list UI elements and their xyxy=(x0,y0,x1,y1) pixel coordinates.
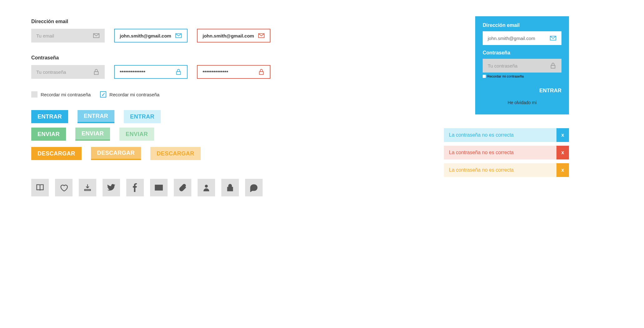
descargar-button-hover[interactable]: DESCARGAR xyxy=(91,147,141,160)
lock-icon xyxy=(93,68,100,75)
card-email-input[interactable]: john.smith@gmail.com xyxy=(483,31,561,45)
alert-warning: La contraseña no es correcta x xyxy=(444,163,569,177)
svg-rect-3 xyxy=(94,72,98,74)
mail-icon xyxy=(93,32,100,39)
password-value: ************** xyxy=(203,69,228,75)
descargar-button-disabled[interactable]: DESCARGAR xyxy=(150,147,201,160)
password-input-default[interactable]: Tu contraseña xyxy=(31,65,105,79)
book-icon-button[interactable] xyxy=(31,179,49,196)
attachment-icon xyxy=(178,183,187,192)
card-remember-checkbox[interactable]: Recordar mi contraseña xyxy=(483,74,561,78)
alert-message: La contraseña no es correcta xyxy=(449,132,514,138)
card-remember-label: Recordar mi contraseña xyxy=(487,74,524,78)
lock-icon xyxy=(175,68,182,75)
alert-close-button[interactable]: x xyxy=(556,146,569,159)
svg-rect-8 xyxy=(228,187,233,191)
twitter-icon xyxy=(107,183,116,192)
entrar-button-hover[interactable]: ENTRAR xyxy=(78,110,114,123)
card-password-placeholder: Tu contraseña xyxy=(488,63,517,68)
card-submit-button[interactable]: ENTRAR xyxy=(539,88,561,94)
heart-icon xyxy=(59,183,68,192)
email-input-valid[interactable]: john.smith@gmail.com xyxy=(114,29,188,43)
password-input-error[interactable]: ************** xyxy=(197,65,270,79)
password-value: ************** xyxy=(120,69,145,75)
lock-icon-button[interactable] xyxy=(221,179,239,196)
book-icon xyxy=(36,183,44,192)
email-input-error[interactable]: john.smith@gmail.com xyxy=(197,29,270,43)
lock-icon xyxy=(226,183,234,192)
download-icon-button[interactable] xyxy=(79,179,96,196)
alert-info: La contraseña no es correcta x xyxy=(444,128,569,142)
descargar-button-primary[interactable]: DESCARGAR xyxy=(31,147,82,160)
mail-icon xyxy=(154,183,163,192)
checkbox-label: Recordar mi contraseña xyxy=(109,92,159,97)
card-password-input[interactable]: Tu contraseña xyxy=(483,59,561,73)
comment-icon-button[interactable] xyxy=(245,179,263,196)
entrar-button-primary[interactable]: ENTRAR xyxy=(31,110,68,123)
user-icon-button[interactable] xyxy=(198,179,215,196)
remember-checkbox-unchecked[interactable]: Recordar mi contraseña xyxy=(31,91,91,98)
checkbox-icon xyxy=(483,75,486,78)
email-placeholder: Tu email xyxy=(36,33,54,38)
attachment-icon-button[interactable] xyxy=(174,179,191,196)
lock-icon xyxy=(258,68,265,75)
svg-point-7 xyxy=(205,185,208,188)
checkbox-label: Recordar mi contraseña xyxy=(41,92,91,97)
alert-close-button[interactable]: x xyxy=(556,128,569,142)
enviar-button-primary[interactable]: ENVIAR xyxy=(31,128,66,141)
checkbox-checked-icon: ✓ xyxy=(100,91,106,98)
alert-error: La contraseña no es correcta x xyxy=(444,146,569,159)
mail-icon xyxy=(258,32,265,39)
card-email-label: Dirección email xyxy=(483,23,561,28)
remember-checkbox-checked[interactable]: ✓ Recordar mi contraseña xyxy=(100,91,159,98)
password-placeholder: Tu contraseña xyxy=(36,69,66,75)
enviar-button-hover[interactable]: ENVIAR xyxy=(75,128,110,141)
password-input-valid[interactable]: ************** xyxy=(114,65,188,79)
card-password-label: Contraseña xyxy=(483,50,561,56)
twitter-icon-button[interactable] xyxy=(103,179,120,196)
mail-icon xyxy=(550,35,556,42)
login-card: Dirección email john.smith@gmail.com Con… xyxy=(475,16,569,114)
lock-icon xyxy=(550,62,556,69)
alert-message: La contraseña no es correcta xyxy=(449,167,514,173)
entrar-button-disabled[interactable]: ENTRAR xyxy=(124,110,161,123)
email-value: john.smith@gmail.com xyxy=(203,33,254,38)
card-email-value: john.smith@gmail.com xyxy=(488,36,535,41)
alert-message: La contraseña no es correcta xyxy=(449,150,514,155)
svg-rect-4 xyxy=(177,72,181,74)
email-input-default[interactable]: Tu email xyxy=(31,29,105,43)
heart-icon-button[interactable] xyxy=(55,179,73,196)
enviar-button-disabled[interactable]: ENVIAR xyxy=(119,128,154,141)
forgot-password-link[interactable]: He olvidado mi xyxy=(483,100,561,105)
checkbox-icon xyxy=(31,91,38,98)
email-value: john.smith@gmail.com xyxy=(120,33,171,38)
user-icon xyxy=(202,183,211,192)
svg-rect-10 xyxy=(551,65,555,68)
mail-icon xyxy=(175,32,182,39)
comment-icon xyxy=(249,183,258,192)
svg-rect-5 xyxy=(259,72,264,74)
download-icon xyxy=(83,183,92,192)
alert-close-button[interactable]: x xyxy=(556,163,569,177)
mail-icon-button[interactable] xyxy=(150,179,168,196)
facebook-icon-button[interactable] xyxy=(126,179,144,196)
facebook-icon xyxy=(131,183,139,192)
